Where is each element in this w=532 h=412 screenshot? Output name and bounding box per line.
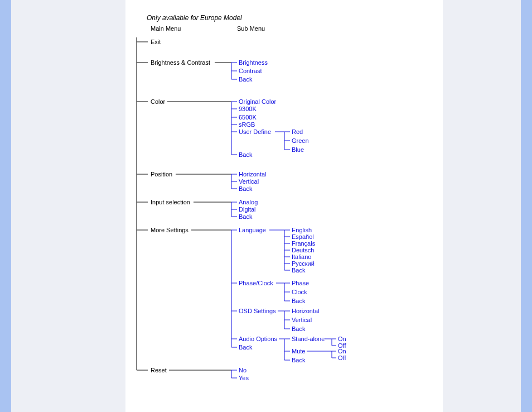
sub-input-back: Back <box>239 213 253 220</box>
pc-back: Back <box>292 298 306 304</box>
sub-pos-h: Horizontal <box>239 171 267 178</box>
lang-back: Back <box>292 267 306 274</box>
ud-red: Red <box>292 128 303 135</box>
sub-phase-clock: Phase/Clock <box>239 280 273 286</box>
menu-more-settings: More Settings <box>151 227 188 233</box>
scroll-edge-left <box>0 0 11 412</box>
column-headers: Main Menu Sub Menu <box>125 25 443 32</box>
mute-on: On <box>338 348 346 354</box>
ud-green: Green <box>292 137 309 144</box>
menu-color: Color <box>151 98 166 105</box>
menu-input-selection: Input selection <box>151 199 190 205</box>
osd-h: Horizontal <box>292 308 320 314</box>
header-sub-menu: Sub Menu <box>237 25 265 32</box>
audio-mute: Mute <box>292 348 305 354</box>
page-margin-right <box>443 0 521 412</box>
sub-language: Language <box>239 227 266 233</box>
section-title: Only available for Europe Model <box>147 14 443 22</box>
pc-clock: Clock <box>292 289 307 295</box>
page-margin-left <box>11 0 125 412</box>
header-main-menu: Main Menu <box>151 25 237 32</box>
sub-audio-options: Audio Options <box>239 336 278 342</box>
sub-contrast: Contrast <box>239 68 262 74</box>
audio-back: Back <box>292 357 306 363</box>
sub-pos-back: Back <box>239 185 253 192</box>
reset-yes: Yes <box>239 375 249 381</box>
sub-6500k: 6500K <box>239 114 257 121</box>
sub-color-back: Back <box>239 151 253 158</box>
menu-reset: Reset <box>151 367 167 373</box>
sub-original-color: Original Color <box>239 98 277 105</box>
osd-back: Back <box>292 325 306 332</box>
sub-pos-v: Vertical <box>239 178 259 185</box>
sa-on: On <box>338 336 346 342</box>
sub-bc-back: Back <box>239 76 253 83</box>
sub-osd-settings: OSD Settings <box>239 308 276 314</box>
pc-phase: Phase <box>292 280 309 286</box>
menu-position: Position <box>151 171 172 178</box>
sub-analog: Analog <box>239 199 258 205</box>
lang-deutsch: Deutsch <box>292 247 314 253</box>
osd-v: Vertical <box>292 317 312 323</box>
document-viewer: Only available for Europe Model Main Men… <box>0 0 532 412</box>
reset-no: No <box>239 367 246 373</box>
page-content: Only available for Europe Model Main Men… <box>125 0 443 412</box>
mute-off: Off <box>338 354 346 361</box>
lang-russian: Русский <box>292 260 315 267</box>
sub-more-back: Back <box>239 344 253 351</box>
audio-standalone: Stand-alone <box>292 336 325 342</box>
lang-francais: Français <box>292 240 316 247</box>
lang-english: English <box>292 227 312 233</box>
sub-user-define: User Define <box>239 128 271 135</box>
sub-9300k: 9300K <box>239 106 257 112</box>
sub-brightness: Brightness <box>239 59 268 66</box>
menu-tree-diagram: Exit Brightness & Contrast Brightness Co… <box>125 37 438 395</box>
menu-brightness-contrast: Brightness & Contrast <box>151 59 210 66</box>
sub-digital: Digital <box>239 206 256 213</box>
lang-espanol: Español <box>292 233 314 240</box>
lang-italiano: Italiano <box>292 253 311 260</box>
ud-blue: Blue <box>292 146 304 153</box>
menu-exit: Exit <box>151 39 161 45</box>
sub-srgb: sRGB <box>239 121 255 128</box>
scroll-edge-right <box>521 0 532 412</box>
